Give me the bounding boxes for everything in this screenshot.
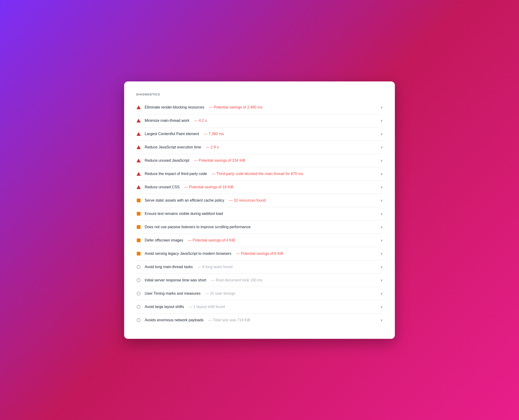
- item-label-unused-js: Reduce unused JavaScript: [145, 158, 189, 163]
- item-left-legacy-js: Avoid serving legacy JavaScript to moder…: [136, 251, 378, 256]
- item-detail-lcp-element: — 7,360 ms: [204, 132, 224, 136]
- item-left-main-thread-work: Minimize main-thread work — 4.2 s: [136, 118, 378, 123]
- item-left-long-tasks: Avoid long main-thread tasks — 9 long ta…: [136, 265, 378, 269]
- item-label-cache-policy: Serve static assets with an efficient ca…: [145, 198, 224, 202]
- diagnostics-list: Eliminate render-blocking resources — Po…: [136, 101, 383, 327]
- info-circle-icon: [137, 278, 141, 282]
- item-label-user-timing: User Timing marks and measures: [145, 292, 200, 296]
- item-detail-js-execution-time: — 2.9 s: [206, 145, 219, 149]
- item-label-main-thread-work: Minimize main-thread work: [145, 119, 189, 123]
- item-detail-offscreen-images: — Potential savings of 4 KiB: [188, 238, 235, 242]
- item-label-layout-shifts: Avoid large layout shifts: [145, 305, 184, 309]
- diagnostic-item-server-response[interactable]: Initial server response time was short —…: [136, 274, 383, 287]
- item-detail-user-timing: — 25 user timings: [205, 292, 235, 296]
- item-detail-third-party-code: — Third-party code blocked the main thre…: [212, 172, 303, 176]
- item-left-passive-listeners: Does not use passive listeners to improv…: [136, 225, 378, 229]
- info-circle-icon: [137, 265, 141, 269]
- chevron-down-icon: ∨: [380, 212, 383, 216]
- item-detail-network-payloads: — Total size was 719 KiB: [208, 318, 250, 322]
- diagnostics-card: DIAGNOSTICS Eliminate render-blocking re…: [124, 82, 395, 339]
- item-label-offscreen-images: Defer offscreen images: [145, 238, 183, 242]
- item-detail-server-response: — Root document took 190 ms: [211, 278, 263, 282]
- item-detail-render-blocking: — Potential savings of 2,490 ms: [209, 105, 262, 109]
- diagnostic-item-unused-css[interactable]: Reduce unused CSS — Potential savings of…: [136, 180, 383, 194]
- item-left-server-response: Initial server response time was short —…: [136, 278, 378, 283]
- item-detail-legacy-js: — Potential savings of 8 KiB: [236, 252, 283, 256]
- item-left-layout-shifts: Avoid large layout shifts — 1 layout shi…: [136, 305, 378, 309]
- diagnostic-item-render-blocking[interactable]: Eliminate render-blocking resources — Po…: [136, 101, 383, 114]
- chevron-down-icon: ∨: [380, 145, 383, 149]
- section-title: DIAGNOSTICS: [136, 93, 383, 96]
- warning-square-icon: [137, 199, 141, 202]
- item-left-user-timing: User Timing marks and measures — 25 user…: [136, 291, 378, 296]
- warning-triangle-icon: [136, 105, 141, 109]
- item-label-legacy-js: Avoid serving legacy JavaScript to moder…: [145, 252, 231, 256]
- diagnostic-item-webfont-load[interactable]: Ensure text remains visible during webfo…: [136, 207, 383, 220]
- item-label-unused-css: Reduce unused CSS: [145, 185, 180, 189]
- diagnostic-item-legacy-js[interactable]: Avoid serving legacy JavaScript to moder…: [136, 247, 383, 260]
- chevron-down-icon: ∨: [380, 225, 383, 229]
- item-left-third-party-code: Reduce the impact of third-party code — …: [136, 172, 378, 176]
- item-detail-cache-policy: — 10 resources found: [229, 198, 266, 202]
- item-label-third-party-code: Reduce the impact of third-party code: [145, 172, 207, 176]
- chevron-down-icon: ∨: [380, 318, 383, 322]
- item-detail-unused-js: — Potential savings of 234 KiB: [194, 158, 245, 163]
- item-detail-main-thread-work: — 4.2 s: [194, 119, 207, 123]
- chevron-down-icon: ∨: [380, 119, 383, 122]
- item-label-passive-listeners: Does not use passive listeners to improv…: [145, 225, 251, 229]
- item-left-lcp-element: Largest Contentful Paint element — 7,360…: [136, 132, 378, 136]
- item-left-unused-css: Reduce unused CSS — Potential savings of…: [136, 185, 378, 189]
- warning-triangle-icon: [136, 119, 141, 122]
- item-detail-unused-css: — Potential savings of 16 KiB: [184, 185, 233, 189]
- diagnostic-item-main-thread-work[interactable]: Minimize main-thread work — 4.2 s∨: [136, 114, 383, 128]
- diagnostic-item-js-execution-time[interactable]: Reduce JavaScript execution time — 2.9 s…: [136, 141, 383, 154]
- item-label-js-execution-time: Reduce JavaScript execution time: [145, 145, 201, 149]
- item-label-render-blocking: Eliminate render-blocking resources: [145, 105, 204, 109]
- item-left-js-execution-time: Reduce JavaScript execution time — 2.9 s: [136, 145, 378, 150]
- chevron-down-icon: ∨: [380, 305, 383, 309]
- diagnostic-item-offscreen-images[interactable]: Defer offscreen images — Potential savin…: [136, 234, 383, 247]
- diagnostic-item-cache-policy[interactable]: Serve static assets with an efficient ca…: [136, 194, 383, 207]
- chevron-down-icon: ∨: [380, 172, 383, 176]
- chevron-down-icon: ∨: [380, 278, 383, 282]
- item-label-network-payloads: Avoids enormous network payloads: [145, 318, 203, 322]
- warning-triangle-icon: [136, 159, 141, 162]
- info-circle-icon: [137, 318, 141, 322]
- info-circle-icon: [137, 305, 141, 309]
- warning-square-icon: [137, 225, 141, 229]
- chevron-down-icon: ∨: [380, 185, 383, 189]
- diagnostic-item-lcp-element[interactable]: Largest Contentful Paint element — 7,360…: [136, 128, 383, 141]
- item-label-server-response: Initial server response time was short: [145, 278, 206, 282]
- chevron-down-icon: ∨: [380, 252, 383, 255]
- item-label-long-tasks: Avoid long main-thread tasks: [145, 265, 193, 269]
- diagnostic-item-user-timing[interactable]: User Timing marks and measures — 25 user…: [136, 287, 383, 300]
- item-left-cache-policy: Serve static assets with an efficient ca…: [136, 198, 378, 203]
- item-left-offscreen-images: Defer offscreen images — Potential savin…: [136, 238, 378, 243]
- diagnostic-item-passive-listeners[interactable]: Does not use passive listeners to improv…: [136, 220, 383, 234]
- diagnostic-item-layout-shifts[interactable]: Avoid large layout shifts — 1 layout shi…: [136, 300, 383, 314]
- item-left-render-blocking: Eliminate render-blocking resources — Po…: [136, 105, 378, 110]
- item-label-webfont-load: Ensure text remains visible during webfo…: [145, 212, 223, 216]
- diagnostic-item-third-party-code[interactable]: Reduce the impact of third-party code — …: [136, 167, 383, 180]
- item-left-unused-js: Reduce unused JavaScript — Potential sav…: [136, 158, 378, 163]
- warning-triangle-icon: [136, 172, 141, 176]
- warning-square-icon: [137, 212, 141, 216]
- chevron-down-icon: ∨: [380, 292, 383, 295]
- chevron-down-icon: ∨: [380, 199, 383, 202]
- diagnostic-item-network-payloads[interactable]: Avoids enormous network payloads — Total…: [136, 314, 383, 327]
- warning-triangle-icon: [136, 132, 141, 136]
- chevron-down-icon: ∨: [380, 239, 383, 242]
- diagnostic-item-long-tasks[interactable]: Avoid long main-thread tasks — 9 long ta…: [136, 260, 383, 274]
- chevron-down-icon: ∨: [380, 105, 383, 109]
- chevron-down-icon: ∨: [380, 265, 383, 269]
- item-detail-long-tasks: — 9 long tasks found: [197, 265, 233, 269]
- chevron-down-icon: ∨: [380, 132, 383, 136]
- warning-square-icon: [137, 252, 141, 255]
- warning-square-icon: [137, 239, 141, 242]
- item-left-webfont-load: Ensure text remains visible during webfo…: [136, 211, 378, 216]
- item-detail-layout-shifts: — 1 layout shift found: [189, 305, 225, 309]
- item-label-lcp-element: Largest Contentful Paint element: [145, 132, 199, 136]
- info-circle-icon: [137, 292, 141, 295]
- item-left-network-payloads: Avoids enormous network payloads — Total…: [136, 318, 378, 322]
- diagnostic-item-unused-js[interactable]: Reduce unused JavaScript — Potential sav…: [136, 154, 383, 167]
